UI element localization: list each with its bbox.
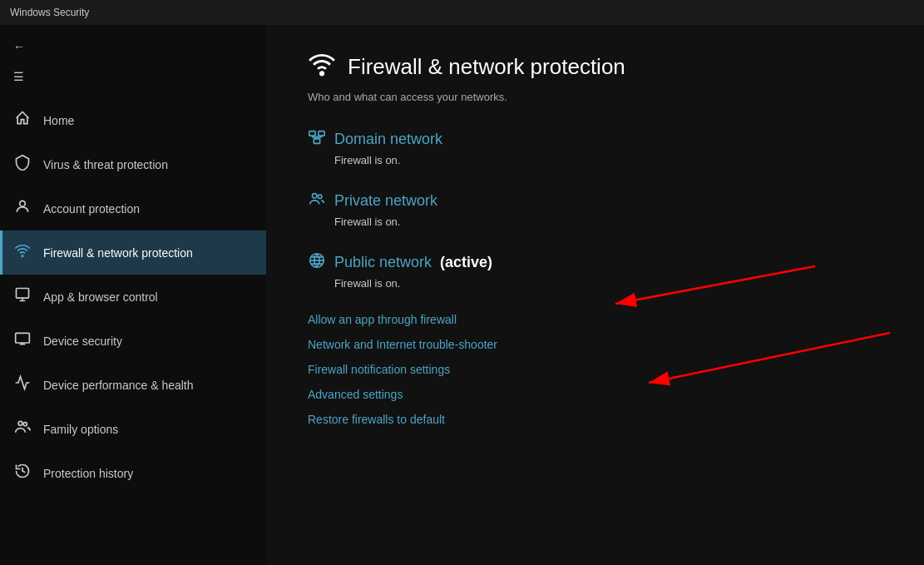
sidebar-item-app[interactable]: App & browser control: [0, 275, 266, 319]
sidebar-item-history-label: Protection history: [43, 467, 133, 480]
main-layout: ← ☰ Home: [0, 25, 924, 565]
sidebar-item-account[interactable]: Account protection: [0, 186, 266, 230]
links-section: Allow an app through firewall Network an…: [308, 313, 882, 426]
sidebar-item-app-label: App & browser control: [43, 290, 158, 304]
svg-rect-11: [309, 131, 315, 136]
page-header: Firewall & network protection: [308, 50, 882, 84]
public-network-title-row: Public network (active): [308, 251, 882, 274]
app-icon: [13, 286, 32, 307]
notifications-link[interactable]: Firewall notification settings: [308, 363, 882, 376]
menu-icon: ☰: [13, 70, 24, 83]
domain-network-icon: [308, 128, 326, 151]
menu-button[interactable]: ☰: [0, 62, 266, 92]
public-network-link[interactable]: Public network: [334, 254, 432, 271]
public-network-section: Public network (active) Firewall is on.: [308, 251, 882, 290]
sidebar-item-device-security-label: Device security: [43, 335, 122, 348]
shield-icon: [13, 154, 32, 175]
firewall-page-icon: [308, 50, 336, 84]
svg-rect-13: [314, 139, 319, 144]
titlebar-label: Windows Security: [10, 7, 89, 18]
troubleshooter-link[interactable]: Network and Internet trouble-shooter: [308, 338, 882, 351]
sidebar-item-device-security[interactable]: Device security: [0, 319, 266, 363]
main-content: Firewall & network protection Who and wh…: [266, 25, 924, 565]
advanced-link[interactable]: Advanced settings: [308, 388, 882, 401]
private-network-title-row: Private network: [308, 190, 882, 212]
page-title: Firewall & network protection: [348, 54, 625, 80]
svg-point-6: [320, 72, 323, 75]
sidebar-item-virus-label: Virus & threat protection: [43, 158, 168, 171]
home-icon: [13, 110, 32, 131]
svg-point-4: [18, 421, 22, 425]
domain-network-status: Firewall is on.: [334, 154, 882, 166]
svg-rect-12: [319, 131, 324, 136]
domain-network-title-row: Domain network: [308, 128, 882, 151]
device-security-icon: [13, 330, 32, 351]
sidebar-item-family[interactable]: Family options: [0, 407, 266, 451]
titlebar: Windows Security: [0, 0, 924, 25]
private-network-section: Private network Firewall is on.: [308, 190, 882, 228]
sidebar-item-history[interactable]: Protection history: [0, 451, 266, 495]
sidebar-item-home[interactable]: Home: [0, 98, 266, 142]
svg-point-15: [318, 195, 322, 199]
health-icon: [13, 374, 32, 395]
domain-network-section: Domain network Firewall is on.: [308, 128, 882, 166]
allow-app-link[interactable]: Allow an app through firewall: [308, 313, 882, 326]
svg-rect-3: [16, 333, 30, 343]
sidebar-nav: Home Virus & threat protection: [0, 98, 266, 495]
private-network-link[interactable]: Private network: [334, 192, 437, 210]
svg-point-5: [23, 423, 27, 426]
svg-point-0: [20, 201, 26, 206]
private-network-icon: [308, 190, 326, 212]
family-icon: [13, 419, 32, 439]
restore-link[interactable]: Restore firewalls to default: [308, 413, 882, 426]
sidebar-item-family-label: Family options: [43, 423, 118, 436]
sidebar-item-device-health[interactable]: Device performance & health: [0, 363, 266, 407]
sidebar-item-virus[interactable]: Virus & threat protection: [0, 142, 266, 186]
sidebar-item-firewall[interactable]: Firewall & network protection: [0, 230, 266, 275]
wifi-icon: [13, 242, 32, 263]
private-network-status: Firewall is on.: [334, 216, 882, 228]
back-button[interactable]: ←: [0, 32, 266, 62]
page-subtitle: Who and what can access your networks.: [308, 91, 882, 103]
domain-network-link[interactable]: Domain network: [334, 131, 442, 148]
sidebar: ← ☰ Home: [0, 25, 266, 565]
back-icon: ←: [13, 40, 25, 53]
public-network-status: Firewall is on.: [334, 277, 882, 290]
sidebar-item-account-label: Account protection: [43, 202, 140, 216]
sidebar-item-home-label: Home: [43, 114, 74, 127]
history-icon: [13, 463, 32, 483]
sidebar-item-device-health-label: Device performance & health: [43, 379, 194, 392]
account-icon: [13, 198, 32, 219]
sidebar-top-buttons: ← ☰: [0, 28, 266, 98]
public-network-icon: [308, 251, 326, 274]
svg-point-1: [22, 255, 23, 257]
sidebar-item-firewall-label: Firewall & network protection: [43, 246, 193, 260]
svg-point-14: [313, 194, 318, 199]
svg-rect-2: [17, 289, 29, 299]
public-network-active-label: (active): [440, 254, 492, 271]
